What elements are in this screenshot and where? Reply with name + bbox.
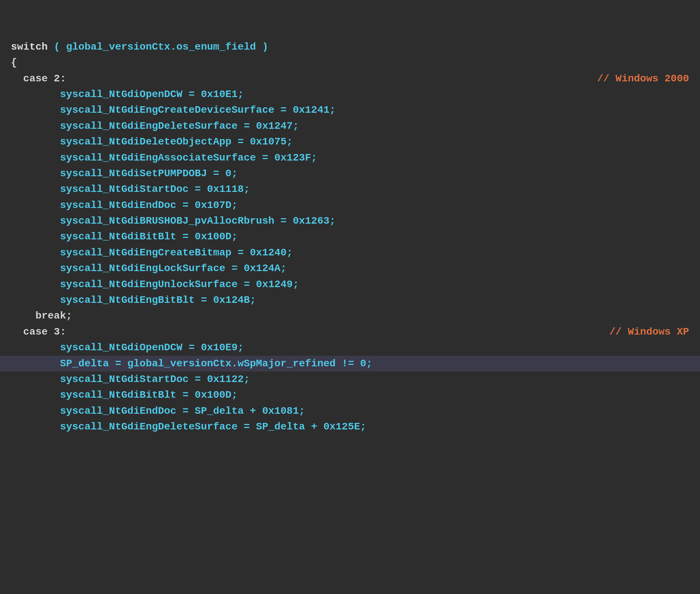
code-line: syscall_NtGdiStartDoc = 0x1122; (11, 371, 689, 387)
code-line: syscall_NtGdiBitBlt = 0x100D; (11, 229, 689, 244)
code-line: syscall_NtGdiOpenDCW = 0x10E9; (11, 340, 689, 355)
code-text: syscall_NtGdiOpenDCW = 0x10E1; (11, 89, 244, 100)
plain-code-line: break; (11, 308, 689, 324)
switch-args: ( global_versionCtx.os_enum_field ) (48, 41, 268, 53)
code-line: syscall_NtGdiEngAssociateSurface = 0x123… (11, 150, 689, 166)
keyword-switch: switch (11, 41, 48, 53)
code-text: syscall_NtGdiOpenDCW = 0x10E9; (11, 342, 244, 353)
code-line: syscall_NtGdiEngCreateBitmap = 0x1240; (11, 245, 689, 261)
case-label: case 2: (11, 71, 66, 86)
code-text: syscall_NtGdiEngLockSurface = 0x124A; (11, 263, 287, 274)
code-line: syscall_NtGdiSetPUMPDOBJ = 0; (11, 166, 689, 181)
code-line: syscall_NtGdiEngBitBlt = 0x124B; (11, 292, 689, 308)
brace-open-line: { (11, 55, 689, 70)
highlighted-code-text: SP_delta = global_versionCtx.wSpMajor_re… (11, 358, 372, 369)
code-text: syscall_NtGdiBitBlt = 0x100D; (11, 231, 238, 242)
code-text: syscall_NtGdiSetPUMPDOBJ = 0; (11, 168, 238, 179)
case-comment-line: case 2:// Windows 2000 (11, 71, 689, 86)
switch-header-line: switch ( global_versionCtx.os_enum_field… (11, 39, 689, 55)
code-text: syscall_NtGdiBRUSHOBJ_pvAllocRbrush = 0x… (11, 215, 336, 227)
code-line: syscall_NtGdiStartDoc = 0x1118; (11, 181, 689, 197)
code-text: syscall_NtGdiEngCreateBitmap = 0x1240; (11, 247, 293, 258)
code-line: syscall_NtGdiEngCreateDeviceSurface = 0x… (11, 102, 689, 118)
case-comment: // Windows 2000 (597, 71, 689, 86)
code-line: syscall_NtGdiBitBlt = 0x100D; (11, 387, 689, 403)
code-line: syscall_NtGdiBRUSHOBJ_pvAllocRbrush = 0x… (11, 213, 689, 229)
brace-open: { (11, 57, 17, 68)
code-line: syscall_NtGdiDeleteObjectApp = 0x1075; (11, 134, 689, 150)
plain-code-text: break; (11, 310, 72, 321)
code-line: syscall_NtGdiEngLockSurface = 0x124A; (11, 261, 689, 276)
code-text: syscall_NtGdiBitBlt = 0x100D; (11, 389, 238, 401)
code-text: syscall_NtGdiStartDoc = 0x1118; (11, 184, 250, 195)
code-text: syscall_NtGdiEngAssociateSurface = 0x123… (11, 152, 317, 163)
case-label: case 3: (11, 324, 66, 340)
code-line: syscall_NtGdiEndDoc = 0x107D; (11, 197, 689, 213)
code-text: syscall_NtGdiStartDoc = 0x1122; (11, 374, 250, 385)
code-line: syscall_NtGdiEngDeleteSurface = 0x1247; (11, 118, 689, 134)
code-container: switch ( global_versionCtx.os_enum_field… (11, 39, 689, 435)
code-line: syscall_NtGdiEndDoc = SP_delta + 0x1081; (11, 403, 689, 419)
code-line: syscall_NtGdiEngUnlockSurface = 0x1249; (11, 277, 689, 292)
code-text: syscall_NtGdiEngDeleteSurface = 0x1247; (11, 120, 299, 132)
code-line: syscall_NtGdiEngDeleteSurface = SP_delta… (11, 419, 689, 435)
code-block: switch ( global_versionCtx.os_enum_field… (11, 7, 689, 451)
code-text: syscall_NtGdiDeleteObjectApp = 0x1075; (11, 136, 293, 147)
code-text: syscall_NtGdiEngDeleteSurface = SP_delta… (11, 421, 366, 432)
code-line: syscall_NtGdiOpenDCW = 0x10E1; (11, 86, 689, 102)
case-comment: // Windows XP (610, 324, 689, 340)
code-text: syscall_NtGdiEngUnlockSurface = 0x1249; (11, 279, 299, 290)
code-text: syscall_NtGdiEndDoc = 0x107D; (11, 200, 238, 211)
highlighted-code-line: SP_delta = global_versionCtx.wSpMajor_re… (0, 356, 700, 371)
code-text: syscall_NtGdiEndDoc = SP_delta + 0x1081; (11, 405, 305, 417)
code-text: syscall_NtGdiEngCreateDeviceSurface = 0x… (11, 104, 336, 116)
code-text: syscall_NtGdiEngBitBlt = 0x124B; (11, 294, 256, 306)
case-comment-line: case 3:// Windows XP (11, 324, 689, 340)
